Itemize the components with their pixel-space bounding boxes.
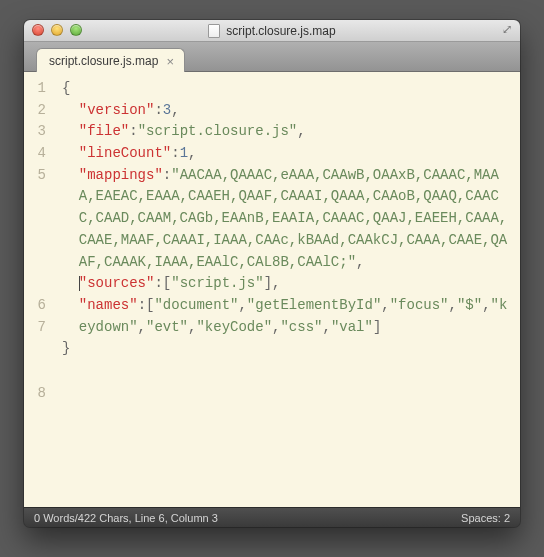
line-number: 6 [24,295,46,317]
close-window-button[interactable] [32,24,44,36]
line-number: 1 [24,78,46,100]
fullscreen-icon[interactable]: ⤡ [500,24,514,38]
minimize-window-button[interactable] [51,24,63,36]
tab-bar: script.closure.js.map × [24,42,520,72]
zoom-window-button[interactable] [70,24,82,36]
status-right[interactable]: Spaces: 2 [461,512,510,524]
line-number: 8 [24,383,46,405]
line-number: 4 [24,143,46,165]
editor[interactable]: 1 2 3 4 5 6 7 8 { "version":3, "file":"s… [24,72,520,507]
gutter: 1 2 3 4 5 6 7 8 [24,72,58,507]
tab-close-icon[interactable]: × [166,55,174,68]
traffic-lights [32,24,82,36]
titlebar[interactable]: script.closure.js.map ⤡ [24,20,520,42]
line-number: 3 [24,121,46,143]
status-bar: 0 Words/422 Chars, Line 6, Column 3 Spac… [24,507,520,527]
line-number: 7 [24,317,46,339]
window-title: script.closure.js.map [226,24,335,38]
line-number: 5 [24,165,46,187]
tab-active[interactable]: script.closure.js.map × [36,48,185,72]
window: script.closure.js.map ⤡ script.closure.j… [24,20,520,527]
tab-label: script.closure.js.map [49,54,158,68]
status-left[interactable]: 0 Words/422 Chars, Line 6, Column 3 [34,512,218,524]
document-icon [208,24,220,38]
window-title-wrap: script.closure.js.map [208,24,335,38]
code-area[interactable]: { "version":3, "file":"script.closure.js… [58,72,520,507]
line-number: 2 [24,100,46,122]
